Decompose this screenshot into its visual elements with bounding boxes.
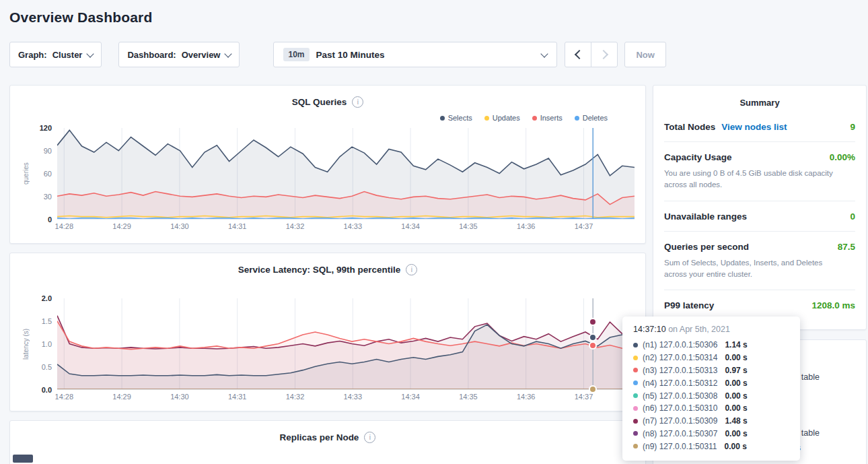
node-color-dot-icon bbox=[633, 356, 638, 360]
chart-body: queries 1209060300 14:2814:2914:3014:311… bbox=[21, 128, 635, 220]
x-tick-label: 14:34 bbox=[401, 222, 420, 230]
tooltip-node-value: 1.48 s bbox=[725, 416, 747, 426]
y-axis-title: queries bbox=[21, 128, 30, 220]
chart-plot-area[interactable]: 14:2814:2914:3014:3114:3214:3314:3414:35… bbox=[57, 298, 635, 390]
y-tick-label: 2.0 bbox=[42, 294, 52, 302]
time-nav-buttons bbox=[565, 42, 618, 67]
legend-item-updates[interactable]: Updates bbox=[484, 113, 520, 123]
node-color-dot-icon bbox=[633, 419, 638, 424]
legend-dot-icon bbox=[440, 116, 445, 121]
time-prev-button[interactable] bbox=[565, 42, 591, 67]
legend-item-deletes[interactable]: Deletes bbox=[575, 113, 608, 123]
tooltip-node-label: (n6) 127.0.0.1:50310 bbox=[643, 403, 717, 413]
summary-row-qps: Queries per second 87.5 Sum of Selects, … bbox=[664, 231, 855, 290]
node-color-dot-icon bbox=[633, 444, 638, 449]
tooltip-node-value: 0.00 s bbox=[725, 391, 747, 401]
time-range-badge: 10m bbox=[283, 48, 309, 61]
chevron-down-icon bbox=[225, 50, 232, 57]
summary-label: Total Nodes bbox=[664, 122, 715, 132]
legend-dot-icon bbox=[575, 116, 579, 121]
summary-label: Queries per second bbox=[664, 242, 749, 252]
tooltip-node-row: (n8) 127.0.0.1:503070.00 s bbox=[633, 427, 789, 440]
y-tick-label: 1.0 bbox=[42, 340, 52, 348]
chart-plot-area[interactable]: 14:2814:2914:3014:3114:3214:3314:3414:35… bbox=[57, 128, 635, 220]
summary-header: Summary bbox=[664, 95, 855, 112]
x-tick-label: 14:28 bbox=[55, 393, 74, 401]
chevron-left-icon bbox=[575, 50, 584, 59]
summary-row-unavailable-ranges: Unavailable ranges 0 bbox=[664, 201, 855, 231]
x-tick-label: 14:31 bbox=[228, 393, 247, 401]
now-button[interactable]: Now bbox=[624, 42, 665, 67]
tooltip-node-value: 0.00 s bbox=[725, 378, 747, 388]
y-tick-label: 90 bbox=[44, 147, 52, 155]
chart-tooltip: 14:37:10 on Apr 5th, 2021 (n1) 127.0.0.1… bbox=[622, 317, 800, 461]
legend-item-selects[interactable]: Selects bbox=[440, 113, 472, 123]
now-button-label: Now bbox=[636, 50, 654, 60]
info-icon[interactable] bbox=[352, 96, 363, 108]
tooltip-rows: (n1) 127.0.0.1:503061.14 s(n2) 127.0.0.1… bbox=[633, 339, 789, 453]
tooltip-node-row: (n1) 127.0.0.1:503061.14 s bbox=[633, 339, 789, 352]
x-tick-label: 14:34 bbox=[401, 393, 420, 401]
summary-row-total-nodes: Total Nodes View nodes list 9 bbox=[664, 112, 855, 141]
page-title: Overview Dashboard bbox=[9, 9, 868, 26]
charts-column: SQL Queries SelectsUpdatesInsertsDeletes… bbox=[9, 85, 646, 464]
y-axis-ticks: 1209060300 bbox=[30, 128, 57, 220]
overview-dashboard-page: { "page": { "title": "Overview Dashboard… bbox=[0, 0, 868, 464]
summary-value: 0.00% bbox=[830, 152, 855, 162]
dashboard-dropdown-value: Overview bbox=[182, 50, 221, 60]
legend-label: Inserts bbox=[540, 114, 563, 122]
legend-label: Updates bbox=[493, 114, 520, 122]
y-axis-ticks: 2.01.51.00.50.0 bbox=[30, 298, 57, 390]
chart-title: Replicas per Node bbox=[280, 432, 359, 442]
info-icon[interactable] bbox=[406, 264, 417, 275]
summary-label: P99 latency bbox=[664, 300, 714, 310]
graph-dropdown-label: Graph: bbox=[18, 50, 47, 60]
y-tick-label: 120 bbox=[40, 124, 52, 132]
y-tick-label: 0.0 bbox=[42, 386, 52, 394]
tooltip-node-label: (n2) 127.0.0.1:50314 bbox=[643, 353, 717, 362]
x-tick-label: 14:37 bbox=[575, 222, 593, 230]
x-axis-ticks: 14:2814:2914:3014:3114:3214:3314:3414:35… bbox=[57, 393, 635, 405]
graph-dropdown[interactable]: Graph: Cluster bbox=[9, 42, 102, 67]
x-axis-ticks: 14:2814:2914:3014:3114:3214:3314:3414:35… bbox=[57, 222, 635, 234]
chevron-down-icon bbox=[87, 50, 94, 57]
x-tick-label: 14:28 bbox=[55, 222, 74, 230]
toolbar: Graph: Cluster Dashboard: Overview 10m P… bbox=[9, 42, 859, 67]
tooltip-node-row: (n4) 127.0.0.1:503120.00 s bbox=[633, 376, 789, 389]
y-tick-label: 0.5 bbox=[42, 363, 52, 371]
x-tick-label: 14:30 bbox=[170, 393, 189, 401]
chart-legend: SelectsUpdatesInsertsDeletes bbox=[21, 108, 635, 123]
page-header: Overview Dashboard bbox=[0, 0, 868, 26]
node-color-dot-icon bbox=[633, 393, 638, 398]
chart-title-row: Replicas per Node bbox=[21, 429, 635, 443]
dashboard-dropdown-label: Dashboard: bbox=[127, 50, 176, 60]
x-tick-label: 14:36 bbox=[517, 222, 536, 230]
legend-dot-icon bbox=[484, 116, 489, 121]
tooltip-node-row: (n9) 127.0.0.1:503110.00 s bbox=[633, 440, 789, 453]
time-next-button[interactable] bbox=[591, 42, 618, 67]
chart-body: latency (s) 2.01.51.00.50.0 14:2814:2914… bbox=[21, 298, 635, 390]
x-tick-label: 14:33 bbox=[344, 393, 363, 401]
summary-description: Sum of Selects, Updates, Inserts, and De… bbox=[664, 257, 855, 281]
summary-label: Unavailable ranges bbox=[664, 211, 747, 222]
partial-axis-element bbox=[13, 455, 33, 463]
time-range-label: Past 10 Minutes bbox=[316, 50, 536, 60]
tooltip-node-value: 0.00 s bbox=[725, 429, 747, 438]
view-nodes-list-link[interactable]: View nodes list bbox=[721, 122, 787, 132]
hover-dot-n7 bbox=[590, 319, 595, 325]
tooltip-node-row: (n2) 127.0.0.1:503140.00 s bbox=[633, 352, 789, 364]
tooltip-node-label: (n8) 127.0.0.1:50307 bbox=[643, 429, 717, 438]
chevron-right-icon bbox=[599, 50, 608, 59]
time-range-selector[interactable]: 10m Past 10 Minutes bbox=[273, 42, 557, 67]
legend-item-inserts[interactable]: Inserts bbox=[532, 113, 563, 123]
tooltip-node-label: (n3) 127.0.0.1:50313 bbox=[643, 366, 717, 375]
summary-row-p99: P99 latency 1208.0 ms bbox=[664, 290, 855, 320]
node-color-dot-icon bbox=[633, 380, 638, 385]
dashboard-dropdown[interactable]: Dashboard: Overview bbox=[118, 42, 240, 67]
hover-dot-n9 bbox=[590, 387, 595, 392]
tooltip-date: on Apr 5th, 2021 bbox=[668, 325, 730, 334]
info-icon[interactable] bbox=[364, 432, 375, 443]
y-tick-label: 1.5 bbox=[42, 317, 52, 325]
tooltip-node-value: 0.00 s bbox=[725, 403, 747, 413]
node-color-dot-icon bbox=[633, 343, 638, 347]
